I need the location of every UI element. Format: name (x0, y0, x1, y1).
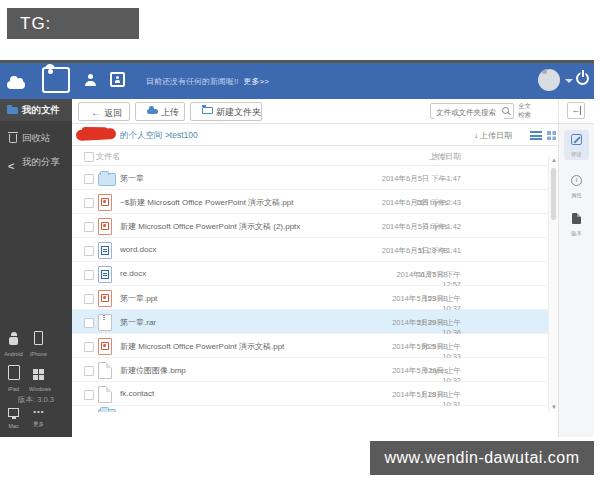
row-checkbox[interactable] (84, 246, 94, 256)
column-filename[interactable]: 文件名 (96, 151, 120, 162)
more-link[interactable]: 更多>> (243, 77, 268, 86)
phone-icon (34, 331, 43, 345)
fulltext-search-toggle[interactable]: 全文 检索 (518, 101, 531, 119)
header-bar: 目前还没有任何的新闻喔!!更多>> (0, 63, 594, 99)
file-name[interactable]: 新建 Microsoft Office PowerPoint 演示文稿.ppt (120, 341, 284, 352)
collapse-panel-icon[interactable]: ← (567, 102, 585, 119)
panel-item-comments[interactable]: 评论 (564, 130, 589, 160)
search-input[interactable] (434, 105, 504, 119)
panel-item-properties[interactable]: 属性 (564, 171, 589, 201)
row-checkbox[interactable] (84, 270, 94, 280)
row-checkbox[interactable] (84, 198, 94, 208)
device-label: Windows (30, 386, 49, 391)
device-iphone[interactable]: iPhone (28, 331, 49, 357)
column-upload-date[interactable]: 上传日期 (381, 151, 461, 162)
row-checkbox[interactable] (84, 174, 94, 184)
back-button[interactable]: ←返回 (78, 102, 130, 121)
panel-item-label: 评论 (565, 150, 588, 158)
select-all-checkbox[interactable] (84, 152, 94, 162)
scrollbar-thumb[interactable] (551, 168, 556, 220)
file-date: 2014年6月5日 下午1:42 (381, 222, 461, 232)
row-checkbox[interactable] (84, 366, 94, 376)
file-name[interactable]: ~$新建 Microsoft Office PowerPoint 演示文稿.pp… (120, 197, 293, 208)
device-label: 更多 (30, 420, 49, 428)
share-icon: < (8, 155, 14, 177)
file-row-selected[interactable]: 第一章.rar 21.39 KB 2014年5月29日 上午10:36 (72, 310, 558, 334)
file-row[interactable]: ~$新建 Microsoft Office PowerPoint 演示文稿.pp… (72, 190, 558, 214)
breadcrumb-space[interactable]: 的个人空间 (120, 130, 163, 140)
folder-icon (7, 107, 18, 114)
tg-overlay-label: TG: MYYJJPP (7, 8, 139, 39)
row-checkbox[interactable] (84, 222, 94, 232)
device-mac[interactable]: Mac (3, 403, 24, 429)
file-row[interactable]: 新建位图图像.bmp 0 bytes 2014年5月29日 上午10:32 (72, 358, 558, 382)
panel-item-label: 属性 (565, 191, 588, 199)
file-date: 2014年6月5日 下午1:47 (381, 174, 461, 184)
sidebar-item-label: 我的文件 (22, 104, 60, 115)
file-row[interactable]: 新建 Microsoft Office PowerPoint 演示文稿 (2).… (72, 214, 558, 238)
search-icon[interactable] (502, 107, 509, 114)
row-checkbox[interactable] (84, 294, 94, 304)
announcement-icon[interactable] (110, 72, 125, 87)
file-name[interactable]: fk.contact (120, 389, 154, 398)
power-logout-icon[interactable] (576, 72, 589, 85)
file-name[interactable]: 新建 Microsoft Office PowerPoint 演示文稿 (2).… (120, 221, 300, 232)
row-checkbox[interactable] (84, 318, 94, 328)
file-name[interactable]: re.docx (120, 269, 146, 278)
file-row[interactable]: re.docx 11.27 KB 2014年6月5日 下午12:57 (72, 262, 558, 286)
panel-item-label: 版本 (565, 229, 588, 237)
sort-label: 上传日期 (480, 131, 512, 140)
rar-file-icon (98, 314, 112, 331)
file-name[interactable]: 第一章.rar (120, 317, 156, 328)
file-row[interactable]: 第一章.ppt 153 KB 2014年5月29日 上午10:37 (72, 286, 558, 310)
breadcrumb-path[interactable]: >test100 (165, 130, 198, 140)
breadcrumb[interactable]: 的个人空间 >test100 (120, 130, 198, 142)
list-column-header: 文件名 大小 上传日期 (72, 146, 558, 166)
right-panel-header: ← (559, 99, 594, 124)
ppt-file-icon (98, 218, 112, 235)
file-name[interactable]: 第一章.ppt (120, 293, 157, 304)
upload-button[interactable]: 上传 (135, 102, 185, 121)
row-checkbox[interactable] (84, 342, 94, 352)
list-view-icon[interactable] (530, 131, 542, 140)
fulltext-line1: 全文 (518, 102, 531, 109)
upload-button-label: 上传 (161, 107, 179, 117)
device-windows[interactable]: Windows (28, 366, 49, 392)
ppt-file-icon (98, 194, 112, 211)
device-label: Mac (4, 423, 23, 428)
file-row[interactable]: 新建 Microsoft Office PowerPoint 演示文稿.ppt … (72, 334, 558, 358)
grid-view-icon[interactable] (547, 131, 556, 140)
vertical-scrollbar[interactable]: ▲ ▼ (548, 156, 558, 412)
file-name[interactable]: 新建位图图像.bmp (120, 365, 186, 376)
device-android[interactable]: Android (3, 331, 24, 357)
sidebar-item-my-shares[interactable]: < 我的分享 (0, 151, 72, 173)
panel-item-versions[interactable]: 版本 (564, 209, 589, 239)
trash-icon (9, 134, 17, 143)
back-arrow-icon: ← (91, 107, 101, 118)
file-row[interactable]: fk.contact 1.18 KB 2014年5月29日 上午10:31 (72, 382, 558, 406)
file-name[interactable]: 第一章 (120, 173, 144, 184)
version-text: 版本: 3.0.3 (0, 395, 72, 405)
device-ipad[interactable]: iPad (3, 365, 24, 392)
file-row[interactable]: 第一章 ---- 2014年6月5日 下午1:47 (72, 166, 558, 190)
row-checkbox[interactable] (84, 390, 94, 400)
sidebar: 我的文件 回收站 < 我的分享 Android iPhone (0, 99, 72, 437)
file-row[interactable]: word.docx 11.28 KB 2014年6月5日 下午1:41 (72, 238, 558, 262)
chevron-down-icon[interactable] (565, 79, 573, 87)
device-label: iPad (4, 386, 23, 391)
tab-my-files-user[interactable] (42, 67, 70, 93)
device-label: iPhone (30, 351, 49, 356)
back-button-label: 返回 (104, 108, 122, 118)
search-box (430, 103, 514, 119)
avatar[interactable] (538, 69, 560, 91)
new-folder-button[interactable]: 新建文件夹 (190, 102, 262, 121)
toolbar: ←返回 上传 新建文件夹 全文 检索 (72, 99, 558, 124)
watermark-url: www.wendin-dawutai.com (370, 441, 594, 475)
version-doc-icon (572, 213, 581, 224)
sort-control[interactable]: ↓上传日期 (402, 130, 512, 141)
contacts-icon[interactable] (84, 73, 98, 87)
tablet-icon (8, 365, 20, 380)
file-name[interactable]: word.docx (120, 245, 156, 254)
sidebar-item-recycle-bin[interactable]: 回收站 (0, 127, 72, 149)
sidebar-item-my-files[interactable]: 我的文件 (0, 99, 72, 121)
